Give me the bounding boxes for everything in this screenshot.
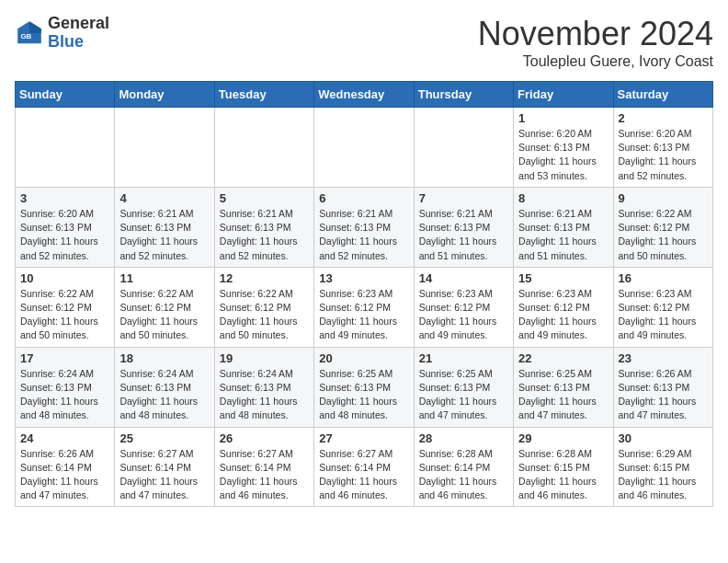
location: Toulepleu Guere, Ivory Coast [478,53,713,70]
day-info: Sunrise: 6:21 AMSunset: 6:13 PMDaylight:… [419,207,508,263]
day-header-thursday: Thursday [414,82,513,108]
day-info: Sunrise: 6:22 AMSunset: 6:12 PMDaylight:… [20,287,109,343]
day-info: Sunrise: 6:20 AMSunset: 6:13 PMDaylight:… [20,207,109,263]
day-info: Sunrise: 6:23 AMSunset: 6:12 PMDaylight:… [419,287,508,343]
calendar-cell: 13Sunrise: 6:23 AMSunset: 6:12 PMDayligh… [314,267,414,347]
calendar-cell: 14Sunrise: 6:23 AMSunset: 6:12 PMDayligh… [414,267,513,347]
calendar-cell: 4Sunrise: 6:21 AMSunset: 6:13 PMDaylight… [115,187,214,267]
day-number: 26 [220,431,309,445]
month-title: November 2024 [478,15,713,53]
day-info: Sunrise: 6:20 AMSunset: 6:13 PMDaylight:… [619,127,708,183]
calendar-cell: 9Sunrise: 6:22 AMSunset: 6:12 PMDaylight… [613,187,712,267]
calendar-cell: 30Sunrise: 6:29 AMSunset: 6:15 PMDayligh… [613,427,712,507]
day-header-tuesday: Tuesday [214,82,313,108]
week-row-3: 10Sunrise: 6:22 AMSunset: 6:12 PMDayligh… [16,267,713,347]
day-number: 12 [220,271,309,285]
day-number: 3 [20,191,109,205]
calendar-cell: 26Sunrise: 6:27 AMSunset: 6:14 PMDayligh… [214,427,313,507]
day-info: Sunrise: 6:26 AMSunset: 6:13 PMDaylight:… [619,367,708,423]
day-info: Sunrise: 6:20 AMSunset: 6:13 PMDaylight:… [518,127,608,183]
calendar-cell: 10Sunrise: 6:22 AMSunset: 6:12 PMDayligh… [16,267,115,347]
day-info: Sunrise: 6:21 AMSunset: 6:13 PMDaylight:… [518,207,608,263]
day-info: Sunrise: 6:24 AMSunset: 6:13 PMDaylight:… [119,367,209,423]
calendar-cell: 18Sunrise: 6:24 AMSunset: 6:13 PMDayligh… [115,347,214,427]
day-number: 28 [419,431,508,445]
day-number: 13 [319,271,408,285]
day-number: 24 [20,431,109,445]
day-number: 4 [119,191,209,205]
day-number: 8 [518,191,608,205]
day-info: Sunrise: 6:28 AMSunset: 6:15 PMDaylight:… [518,447,608,503]
day-number: 2 [619,111,708,125]
title-block: November 2024 Toulepleu Guere, Ivory Coa… [478,15,713,70]
calendar-cell: 1Sunrise: 6:20 AMSunset: 6:13 PMDaylight… [514,108,613,188]
day-number: 20 [319,351,408,365]
calendar-cell [214,108,313,188]
day-info: Sunrise: 6:26 AMSunset: 6:14 PMDaylight:… [20,447,109,503]
week-row-2: 3Sunrise: 6:20 AMSunset: 6:13 PMDaylight… [16,187,713,267]
day-info: Sunrise: 6:22 AMSunset: 6:12 PMDaylight:… [619,207,708,263]
day-info: Sunrise: 6:29 AMSunset: 6:15 PMDaylight:… [619,447,708,503]
calendar-cell: 5Sunrise: 6:21 AMSunset: 6:13 PMDaylight… [214,187,313,267]
day-number: 14 [419,271,508,285]
day-header-monday: Monday [115,82,214,108]
calendar-cell: 27Sunrise: 6:27 AMSunset: 6:14 PMDayligh… [314,427,414,507]
day-info: Sunrise: 6:23 AMSunset: 6:12 PMDaylight:… [319,287,408,343]
day-number: 22 [518,351,608,365]
day-info: Sunrise: 6:27 AMSunset: 6:14 PMDaylight:… [119,447,209,503]
calendar-cell: 25Sunrise: 6:27 AMSunset: 6:14 PMDayligh… [115,427,214,507]
day-number: 16 [619,271,708,285]
day-number: 25 [119,431,209,445]
svg-text:GB: GB [20,32,31,40]
calendar-cell: 12Sunrise: 6:22 AMSunset: 6:12 PMDayligh… [214,267,313,347]
calendar-cell [115,108,214,188]
day-info: Sunrise: 6:25 AMSunset: 6:13 PMDaylight:… [419,367,508,423]
day-number: 17 [20,351,109,365]
day-number: 18 [119,351,209,365]
day-number: 5 [220,191,309,205]
calendar-cell: 17Sunrise: 6:24 AMSunset: 6:13 PMDayligh… [16,347,115,427]
day-number: 7 [419,191,508,205]
day-header-sunday: Sunday [16,82,115,108]
day-number: 10 [20,271,109,285]
calendar-cell: 24Sunrise: 6:26 AMSunset: 6:14 PMDayligh… [16,427,115,507]
day-number: 19 [220,351,309,365]
logo-text: General Blue [48,15,109,52]
day-number: 6 [319,191,408,205]
calendar-cell [314,108,414,188]
page-header: GB General Blue November 2024 Toulepleu … [15,15,713,70]
week-row-4: 17Sunrise: 6:24 AMSunset: 6:13 PMDayligh… [16,347,713,427]
calendar-cell: 15Sunrise: 6:23 AMSunset: 6:12 PMDayligh… [514,267,613,347]
calendar-cell: 6Sunrise: 6:21 AMSunset: 6:13 PMDaylight… [314,187,414,267]
day-info: Sunrise: 6:23 AMSunset: 6:12 PMDaylight:… [619,287,708,343]
calendar-header: SundayMondayTuesdayWednesdayThursdayFrid… [16,82,713,108]
day-number: 9 [619,191,708,205]
day-info: Sunrise: 6:22 AMSunset: 6:12 PMDaylight:… [119,287,209,343]
calendar-cell: 19Sunrise: 6:24 AMSunset: 6:13 PMDayligh… [214,347,313,427]
week-row-1: 1Sunrise: 6:20 AMSunset: 6:13 PMDaylight… [16,108,713,188]
calendar-cell: 23Sunrise: 6:26 AMSunset: 6:13 PMDayligh… [613,347,712,427]
day-info: Sunrise: 6:23 AMSunset: 6:12 PMDaylight:… [518,287,608,343]
day-info: Sunrise: 6:24 AMSunset: 6:13 PMDaylight:… [20,367,109,423]
day-info: Sunrise: 6:25 AMSunset: 6:13 PMDaylight:… [319,367,408,423]
day-number: 21 [419,351,508,365]
day-number: 11 [119,271,209,285]
logo-icon: GB [15,18,44,48]
calendar-cell: 16Sunrise: 6:23 AMSunset: 6:12 PMDayligh… [613,267,712,347]
calendar-cell: 2Sunrise: 6:20 AMSunset: 6:13 PMDaylight… [613,108,712,188]
calendar-cell: 7Sunrise: 6:21 AMSunset: 6:13 PMDaylight… [414,187,513,267]
calendar-cell: 8Sunrise: 6:21 AMSunset: 6:13 PMDaylight… [514,187,613,267]
svg-marker-1 [29,21,41,33]
day-info: Sunrise: 6:22 AMSunset: 6:12 PMDaylight:… [220,287,309,343]
calendar-cell [16,108,115,188]
day-info: Sunrise: 6:25 AMSunset: 6:13 PMDaylight:… [518,367,608,423]
day-number: 1 [518,111,608,125]
day-info: Sunrise: 6:21 AMSunset: 6:13 PMDaylight:… [119,207,209,263]
day-number: 27 [319,431,408,445]
calendar-cell: 21Sunrise: 6:25 AMSunset: 6:13 PMDayligh… [414,347,513,427]
calendar-cell: 20Sunrise: 6:25 AMSunset: 6:13 PMDayligh… [314,347,414,427]
calendar-cell: 3Sunrise: 6:20 AMSunset: 6:13 PMDaylight… [16,187,115,267]
calendar-cell: 11Sunrise: 6:22 AMSunset: 6:12 PMDayligh… [115,267,214,347]
day-header-saturday: Saturday [613,82,712,108]
day-number: 29 [518,431,608,445]
